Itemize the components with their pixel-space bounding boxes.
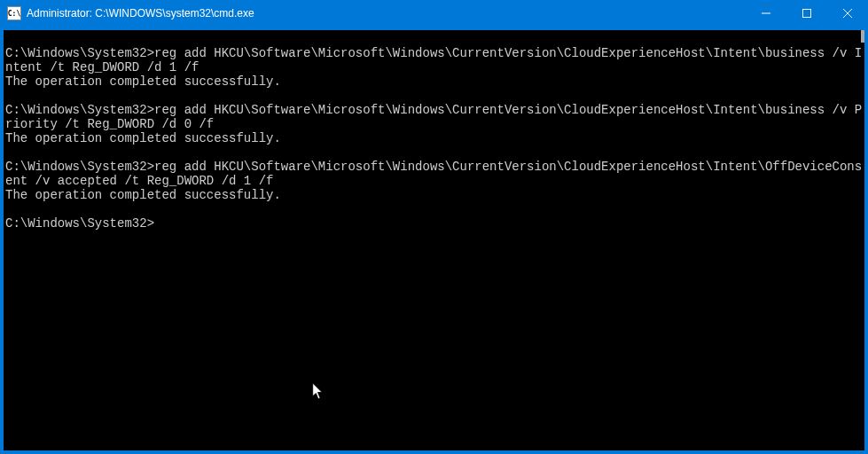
window-controls (746, 0, 868, 27)
terminal-wrapper: C:\Windows\System32>reg add HKCU\Softwar… (0, 27, 868, 454)
maximize-button[interactable] (786, 0, 827, 27)
minimize-button[interactable] (746, 0, 786, 27)
cmd-window: C:\ Administrator: C:\WINDOWS\system32\c… (0, 0, 868, 454)
app-icon: C:\ (7, 6, 21, 20)
svg-rect-1 (803, 10, 811, 18)
minimize-icon (762, 9, 770, 18)
close-icon (843, 9, 852, 18)
maximize-icon (802, 9, 811, 18)
terminal-output[interactable]: C:\Windows\System32>reg add HKCU\Softwar… (4, 30, 864, 450)
window-title: Administrator: C:\WINDOWS\system32\cmd.e… (27, 7, 746, 20)
close-button[interactable] (827, 0, 868, 27)
scrollbar-thumb[interactable] (861, 30, 864, 43)
titlebar[interactable]: C:\ Administrator: C:\WINDOWS\system32\c… (0, 0, 868, 27)
